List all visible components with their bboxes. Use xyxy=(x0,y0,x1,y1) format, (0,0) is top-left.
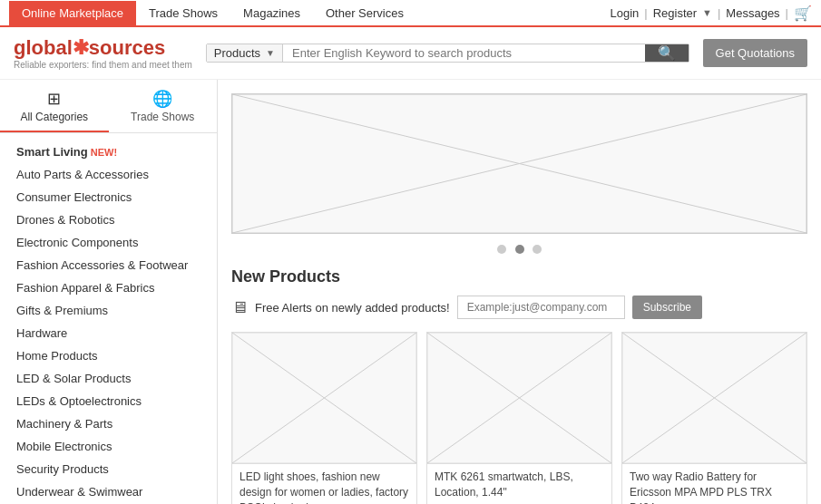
logo-area: global✱sources Reliable exporters: find … xyxy=(14,36,192,70)
sidebar-menu: Smart LivingNEW! Auto Parts & Accessorie… xyxy=(0,133,217,504)
sep3: | xyxy=(786,6,788,20)
product-grid: LED light shoes, fashion new design for … xyxy=(231,332,807,504)
product-img-svg-0 xyxy=(232,333,416,463)
sidebar-item-label: Fashion Apparel & Fabrics xyxy=(16,281,154,295)
sidebar-item-label: Security Products xyxy=(16,462,109,476)
search-icon: 🔍 xyxy=(658,45,676,61)
cart-icon[interactable]: 🛒 xyxy=(794,5,812,22)
tab-all-categories-label: All Categories xyxy=(20,111,88,123)
content-area: New Products 🖥 Free Alerts on newly adde… xyxy=(218,80,821,504)
sidebar-item-label: Smart Living xyxy=(16,145,88,159)
sidebar-tabs: ⊞ All Categories 🌐 Trade Shows xyxy=(0,80,217,133)
sidebar-item-led-solar[interactable]: LED & Solar Products xyxy=(0,367,217,390)
top-nav-left: Online Marketplace Trade Shows Magazines… xyxy=(9,1,610,25)
product-desc-0: LED light shoes, fashion new design for … xyxy=(232,464,416,504)
globe-icon: 🌐 xyxy=(113,89,213,109)
main-layout: ⊞ All Categories 🌐 Trade Shows Smart Liv… xyxy=(0,80,821,504)
product-card-1[interactable]: MTK 6261 smartwatch, LBS, Location, 1.44… xyxy=(426,332,612,504)
sep1: | xyxy=(644,6,647,20)
grid-icon: ⊞ xyxy=(5,89,104,109)
top-nav-right: Login | Register ▼ | Messages | 🛒 xyxy=(610,5,812,22)
new-products-title: New Products xyxy=(231,267,807,286)
nav-trade-shows[interactable]: Trade Shows xyxy=(136,1,230,25)
product-img-svg-1 xyxy=(427,333,611,463)
sidebar-item-underwear[interactable]: Underwear & Swimwear xyxy=(0,480,217,503)
sidebar-item-label: Machinery & Parts xyxy=(16,417,112,431)
register-link[interactable]: Register xyxy=(653,6,697,20)
product-desc-1: MTK 6261 smartwatch, LBS, Location, 1.44… xyxy=(427,464,611,504)
nav-other-services[interactable]: Other Services xyxy=(313,1,416,25)
sidebar-item-label: LEDs & Optoelectronics xyxy=(16,394,142,408)
sidebar: ⊞ All Categories 🌐 Trade Shows Smart Liv… xyxy=(0,80,218,504)
sidebar-item-auto-parts[interactable]: Auto Parts & Accessories xyxy=(0,163,217,186)
search-category-label: Products xyxy=(214,46,260,60)
sep2: | xyxy=(718,6,720,20)
logo-tagline: Reliable exporters: find them and meet t… xyxy=(14,60,192,70)
sidebar-item-security[interactable]: Security Products xyxy=(0,458,217,480)
sidebar-item-smart-living[interactable]: Smart LivingNEW! xyxy=(0,141,217,163)
login-link[interactable]: Login xyxy=(610,6,639,20)
sidebar-item-label: Mobile Electronics xyxy=(16,440,112,453)
dot-2[interactable] xyxy=(515,245,524,254)
banner-image xyxy=(231,93,807,234)
messages-link[interactable]: Messages xyxy=(726,6,779,20)
sidebar-item-gifts[interactable]: Gifts & Premiums xyxy=(0,299,217,322)
subscribe-button[interactable]: Subscribe xyxy=(632,296,702,319)
search-category-dropdown[interactable]: Products ▼ xyxy=(207,44,283,62)
sidebar-item-label: Fashion Accessories & Footwear xyxy=(16,258,188,272)
product-card-0[interactable]: LED light shoes, fashion new design for … xyxy=(231,332,417,504)
banner-dots xyxy=(231,243,807,257)
tab-all-categories[interactable]: ⊞ All Categories xyxy=(0,80,109,132)
nav-online-marketplace[interactable]: Online Marketplace xyxy=(9,1,136,25)
dot-3[interactable] xyxy=(533,245,542,254)
sidebar-item-label: Auto Parts & Accessories xyxy=(16,168,149,181)
sidebar-item-label: Gifts & Premiums xyxy=(16,304,108,317)
alert-bar: 🖥 Free Alerts on newly added products! S… xyxy=(231,296,807,319)
sidebar-item-label: Drones & Robotics xyxy=(16,213,114,227)
tab-trade-shows[interactable]: 🌐 Trade Shows xyxy=(109,80,218,132)
sidebar-item-electronic-components[interactable]: Electronic Components xyxy=(0,231,217,254)
sidebar-item-mobile-electronics[interactable]: Mobile Electronics xyxy=(0,435,217,458)
sidebar-item-label: Consumer Electronics xyxy=(16,190,132,204)
sidebar-item-label: Underwear & Swimwear xyxy=(16,485,142,499)
sidebar-item-machinery[interactable]: Machinery & Parts xyxy=(0,412,217,435)
sidebar-item-hardware[interactable]: Hardware xyxy=(0,322,217,344)
sidebar-item-drones[interactable]: Drones & Robotics xyxy=(0,208,217,231)
product-image-2 xyxy=(622,333,806,464)
nav-magazines[interactable]: Magazines xyxy=(230,1,313,25)
get-quotations-button[interactable]: Get Quotations xyxy=(703,39,807,67)
dot-1[interactable] xyxy=(497,245,506,254)
monitor-icon: 🖥 xyxy=(231,298,248,317)
logo: global✱sources xyxy=(14,36,192,60)
sidebar-item-fashion-accessories[interactable]: Fashion Accessories & Footwear xyxy=(0,254,217,276)
sidebar-item-fashion-apparel[interactable]: Fashion Apparel & Fabrics xyxy=(0,276,217,299)
new-badge: NEW! xyxy=(91,147,117,158)
product-card-2[interactable]: Two way Radio Battery for Ericsson MPA M… xyxy=(621,332,807,504)
sidebar-item-label: Hardware xyxy=(16,326,67,340)
search-button[interactable]: 🔍 xyxy=(645,44,689,62)
product-image-1 xyxy=(427,333,611,464)
alert-email-input[interactable] xyxy=(457,296,625,319)
sidebar-item-label: Home Products xyxy=(16,349,98,363)
search-input[interactable] xyxy=(283,44,645,62)
sidebar-item-leds-opto[interactable]: LEDs & Optoelectronics xyxy=(0,390,217,412)
product-img-svg-2 xyxy=(622,333,806,463)
banner-placeholder-svg xyxy=(232,94,806,233)
register-arrow: ▼ xyxy=(702,7,712,18)
sidebar-item-label: LED & Solar Products xyxy=(16,372,131,385)
sidebar-item-consumer-electronics[interactable]: Consumer Electronics xyxy=(0,186,217,208)
sidebar-item-label: Electronic Components xyxy=(16,236,138,249)
search-bar: Products ▼ 🔍 xyxy=(206,44,689,63)
tab-trade-shows-label: Trade Shows xyxy=(131,111,194,123)
top-navigation: Online Marketplace Trade Shows Magazines… xyxy=(0,0,821,27)
alert-text: Free Alerts on newly added products! xyxy=(255,301,450,315)
site-header: global✱sources Reliable exporters: find … xyxy=(0,27,821,80)
sidebar-item-home-products[interactable]: Home Products xyxy=(0,344,217,367)
dropdown-arrow-icon: ▼ xyxy=(266,48,275,58)
product-image-0 xyxy=(232,333,416,464)
product-desc-2: Two way Radio Battery for Ericsson MPA M… xyxy=(622,464,806,504)
